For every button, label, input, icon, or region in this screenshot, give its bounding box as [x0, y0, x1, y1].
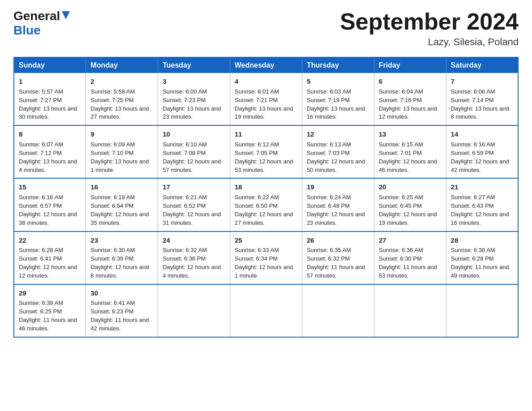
day-number: 4 — [235, 77, 297, 86]
calendar-cell: 6Sunrise: 6:04 AMSunset: 7:16 PMDaylight… — [374, 73, 446, 125]
calendar-cell — [446, 284, 518, 337]
logo: General Blue — [13, 9, 70, 38]
calendar-cell: 12Sunrise: 6:13 AMSunset: 7:03 PMDayligh… — [302, 125, 374, 178]
day-info: Sunrise: 6:22 AMSunset: 6:50 PMDaylight:… — [235, 194, 293, 226]
day-number: 23 — [90, 235, 153, 245]
weekday-header-wednesday: Wednesday — [230, 57, 302, 73]
day-number: 27 — [379, 235, 442, 245]
day-info: Sunrise: 6:38 AMSunset: 6:28 PMDaylight:… — [451, 247, 509, 279]
calendar-week-2: 8Sunrise: 6:07 AMSunset: 7:12 PMDaylight… — [14, 125, 518, 178]
calendar-cell: 16Sunrise: 6:19 AMSunset: 6:54 PMDayligh… — [86, 178, 158, 231]
day-info: Sunrise: 6:41 AMSunset: 6:23 PMDaylight:… — [90, 300, 149, 332]
day-info: Sunrise: 6:19 AMSunset: 6:54 PMDaylight:… — [90, 194, 149, 226]
day-number: 6 — [379, 77, 442, 86]
title-block: September 2024 Lazy, Silesia, Poland — [340, 9, 519, 48]
day-number: 21 — [451, 182, 513, 192]
calendar-cell: 29Sunrise: 6:39 AMSunset: 6:25 PMDayligh… — [14, 284, 86, 337]
calendar-cell: 3Sunrise: 6:00 AMSunset: 7:23 PMDaylight… — [158, 73, 230, 125]
day-number: 20 — [379, 182, 442, 192]
day-number: 17 — [163, 182, 225, 192]
calendar-cell: 26Sunrise: 6:35 AMSunset: 6:32 PMDayligh… — [302, 231, 374, 284]
day-number: 22 — [19, 235, 81, 245]
weekday-header-monday: Monday — [86, 57, 158, 73]
day-number: 15 — [19, 182, 81, 192]
weekday-header-saturday: Saturday — [446, 57, 518, 73]
logo-triangle-icon — [62, 11, 70, 21]
day-number: 8 — [19, 129, 81, 139]
weekday-header-friday: Friday — [374, 57, 446, 73]
calendar-cell — [302, 284, 374, 337]
calendar-cell: 30Sunrise: 6:41 AMSunset: 6:23 PMDayligh… — [86, 284, 158, 337]
day-number: 16 — [90, 182, 153, 192]
day-number: 24 — [163, 235, 225, 245]
day-info: Sunrise: 6:13 AMSunset: 7:03 PMDaylight:… — [307, 141, 365, 173]
day-info: Sunrise: 6:28 AMSunset: 6:41 PMDaylight:… — [19, 247, 77, 279]
calendar-cell: 10Sunrise: 6:10 AMSunset: 7:08 PMDayligh… — [158, 125, 230, 178]
day-info: Sunrise: 6:06 AMSunset: 7:14 PMDaylight:… — [451, 88, 509, 120]
day-info: Sunrise: 6:16 AMSunset: 6:59 PMDaylight:… — [451, 141, 509, 173]
day-info: Sunrise: 5:58 AMSunset: 7:25 PMDaylight:… — [90, 88, 149, 120]
calendar-cell: 11Sunrise: 6:12 AMSunset: 7:05 PMDayligh… — [230, 125, 302, 178]
calendar-cell: 14Sunrise: 6:16 AMSunset: 6:59 PMDayligh… — [446, 125, 518, 178]
day-info: Sunrise: 6:32 AMSunset: 6:36 PMDaylight:… — [163, 247, 221, 279]
calendar-cell: 15Sunrise: 6:18 AMSunset: 6:57 PMDayligh… — [14, 178, 86, 231]
calendar-week-4: 22Sunrise: 6:28 AMSunset: 6:41 PMDayligh… — [14, 231, 518, 284]
logo-general-text: General — [13, 9, 60, 23]
day-info: Sunrise: 6:12 AMSunset: 7:05 PMDaylight:… — [235, 141, 293, 173]
calendar-cell — [230, 284, 302, 337]
calendar-table: SundayMondayTuesdayWednesdayThursdayFrid… — [13, 57, 519, 338]
calendar-cell: 5Sunrise: 6:03 AMSunset: 7:19 PMDaylight… — [302, 73, 374, 125]
day-number: 10 — [163, 129, 225, 139]
day-number: 9 — [90, 129, 153, 139]
calendar-cell — [158, 284, 230, 337]
calendar-cell: 8Sunrise: 6:07 AMSunset: 7:12 PMDaylight… — [14, 125, 86, 178]
page-header: General Blue September 2024 Lazy, Silesi… — [13, 9, 519, 48]
calendar-cell: 13Sunrise: 6:15 AMSunset: 7:01 PMDayligh… — [374, 125, 446, 178]
day-number: 11 — [235, 129, 297, 139]
day-number: 12 — [307, 129, 369, 139]
day-number: 25 — [235, 235, 297, 245]
day-info: Sunrise: 6:21 AMSunset: 6:52 PMDaylight:… — [163, 194, 221, 226]
day-info: Sunrise: 6:39 AMSunset: 6:25 PMDaylight:… — [19, 300, 77, 332]
logo-blue-text: Blue — [13, 23, 41, 37]
weekday-header-sunday: Sunday — [14, 57, 86, 73]
calendar-cell — [374, 284, 446, 337]
calendar-cell: 20Sunrise: 6:25 AMSunset: 6:45 PMDayligh… — [374, 178, 446, 231]
day-info: Sunrise: 6:10 AMSunset: 7:08 PMDaylight:… — [163, 141, 221, 173]
day-info: Sunrise: 6:24 AMSunset: 6:48 PMDaylight:… — [307, 194, 365, 226]
day-info: Sunrise: 6:01 AMSunset: 7:21 PMDaylight:… — [235, 88, 293, 120]
calendar-cell: 19Sunrise: 6:24 AMSunset: 6:48 PMDayligh… — [302, 178, 374, 231]
day-info: Sunrise: 6:30 AMSunset: 6:39 PMDaylight:… — [90, 247, 149, 279]
day-number: 13 — [379, 129, 442, 139]
day-info: Sunrise: 6:35 AMSunset: 6:32 PMDaylight:… — [307, 247, 365, 279]
day-number: 19 — [307, 182, 369, 192]
calendar-cell: 21Sunrise: 6:27 AMSunset: 6:43 PMDayligh… — [446, 178, 518, 231]
calendar-cell: 18Sunrise: 6:22 AMSunset: 6:50 PMDayligh… — [230, 178, 302, 231]
day-info: Sunrise: 6:25 AMSunset: 6:45 PMDaylight:… — [379, 194, 437, 226]
day-info: Sunrise: 6:18 AMSunset: 6:57 PMDaylight:… — [19, 194, 77, 226]
day-number: 30 — [90, 288, 153, 298]
weekday-header-tuesday: Tuesday — [158, 57, 230, 73]
day-info: Sunrise: 6:27 AMSunset: 6:43 PMDaylight:… — [451, 194, 509, 226]
calendar-cell: 4Sunrise: 6:01 AMSunset: 7:21 PMDaylight… — [230, 73, 302, 125]
day-number: 3 — [163, 77, 225, 86]
calendar-cell: 28Sunrise: 6:38 AMSunset: 6:28 PMDayligh… — [446, 231, 518, 284]
calendar-cell: 2Sunrise: 5:58 AMSunset: 7:25 PMDaylight… — [86, 73, 158, 125]
day-info: Sunrise: 6:00 AMSunset: 7:23 PMDaylight:… — [163, 88, 221, 120]
day-number: 7 — [451, 77, 513, 86]
calendar-cell: 9Sunrise: 6:09 AMSunset: 7:10 PMDaylight… — [86, 125, 158, 178]
calendar-cell: 27Sunrise: 6:36 AMSunset: 6:30 PMDayligh… — [374, 231, 446, 284]
month-title: September 2024 — [340, 9, 519, 34]
day-number: 26 — [307, 235, 369, 245]
day-info: Sunrise: 6:07 AMSunset: 7:12 PMDaylight:… — [19, 141, 77, 173]
location-text: Lazy, Silesia, Poland — [340, 36, 519, 48]
day-number: 28 — [451, 235, 513, 245]
calendar-cell: 17Sunrise: 6:21 AMSunset: 6:52 PMDayligh… — [158, 178, 230, 231]
svg-marker-0 — [62, 11, 70, 19]
day-number: 2 — [90, 77, 153, 86]
weekday-header-row: SundayMondayTuesdayWednesdayThursdayFrid… — [14, 57, 518, 73]
day-info: Sunrise: 6:36 AMSunset: 6:30 PMDaylight:… — [379, 247, 437, 279]
day-number: 18 — [235, 182, 297, 192]
calendar-week-5: 29Sunrise: 6:39 AMSunset: 6:25 PMDayligh… — [14, 284, 518, 337]
day-info: Sunrise: 6:33 AMSunset: 6:34 PMDaylight:… — [235, 247, 293, 279]
